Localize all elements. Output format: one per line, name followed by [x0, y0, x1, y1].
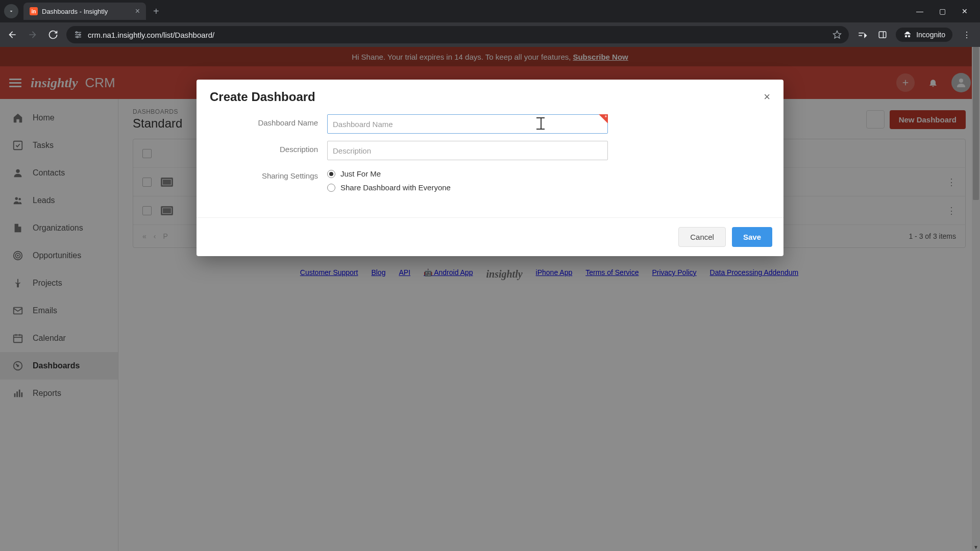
description-input[interactable]	[327, 141, 608, 160]
svg-point-3	[76, 32, 78, 33]
reload-button[interactable]	[46, 28, 60, 42]
radio-icon	[327, 184, 335, 192]
svg-rect-10	[879, 32, 886, 38]
radio-label: Just For Me	[340, 169, 381, 178]
close-tab-icon[interactable]: ×	[135, 7, 140, 16]
url-text: crm.na1.insightly.com/list/Dashboard/	[88, 31, 827, 39]
name-label: Dashboard Name	[210, 114, 327, 127]
incognito-indicator[interactable]: Incognito	[896, 28, 952, 42]
side-panel-icon[interactable]	[875, 28, 890, 42]
svg-point-5	[77, 36, 78, 38]
save-button[interactable]: Save	[732, 227, 772, 247]
radio-icon	[327, 170, 335, 178]
insightly-favicon-icon: in	[30, 7, 38, 15]
forward-button[interactable]	[26, 28, 40, 42]
bookmark-star-icon[interactable]	[832, 30, 842, 39]
radio-label: Share Dashboard with Everyone	[340, 183, 451, 192]
site-settings-icon[interactable]	[74, 30, 83, 39]
new-tab-button[interactable]: +	[146, 6, 166, 17]
dashboard-name-input[interactable]	[327, 114, 608, 134]
browser-tab-strip: in Dashboards - Insightly × + — ▢ ✕	[0, 0, 980, 22]
required-indicator-icon	[599, 114, 608, 123]
close-window-button[interactable]: ✕	[960, 7, 970, 15]
chrome-menu-button[interactable]: ⋮	[959, 30, 975, 40]
description-label: Description	[210, 141, 327, 154]
sharing-label: Sharing Settings	[210, 167, 327, 180]
media-control-icon[interactable]	[855, 28, 869, 42]
address-bar[interactable]: crm.na1.insightly.com/list/Dashboard/	[66, 26, 849, 43]
create-dashboard-modal: Create Dashboard × Dashboard Name Descri…	[197, 80, 783, 256]
radio-share-everyone[interactable]: Share Dashboard with Everyone	[327, 183, 608, 192]
incognito-label: Incognito	[916, 31, 945, 39]
svg-point-4	[79, 34, 81, 36]
maximize-button[interactable]: ▢	[937, 7, 947, 15]
cancel-button[interactable]: Cancel	[678, 227, 726, 247]
modal-title: Create Dashboard	[210, 90, 315, 104]
tab-title: Dashboards - Insightly	[42, 8, 131, 15]
minimize-button[interactable]: —	[915, 7, 925, 15]
tab-search-button[interactable]	[4, 4, 18, 18]
svg-marker-9	[865, 34, 866, 37]
window-controls: — ▢ ✕	[915, 7, 976, 15]
back-button[interactable]	[5, 28, 19, 42]
close-icon[interactable]: ×	[764, 91, 770, 103]
text-cursor-icon	[536, 117, 545, 130]
browser-tab[interactable]: in Dashboards - Insightly ×	[23, 3, 146, 20]
radio-just-for-me[interactable]: Just For Me	[327, 169, 608, 178]
browser-toolbar: crm.na1.insightly.com/list/Dashboard/ In…	[0, 22, 980, 47]
svg-marker-6	[834, 31, 841, 38]
